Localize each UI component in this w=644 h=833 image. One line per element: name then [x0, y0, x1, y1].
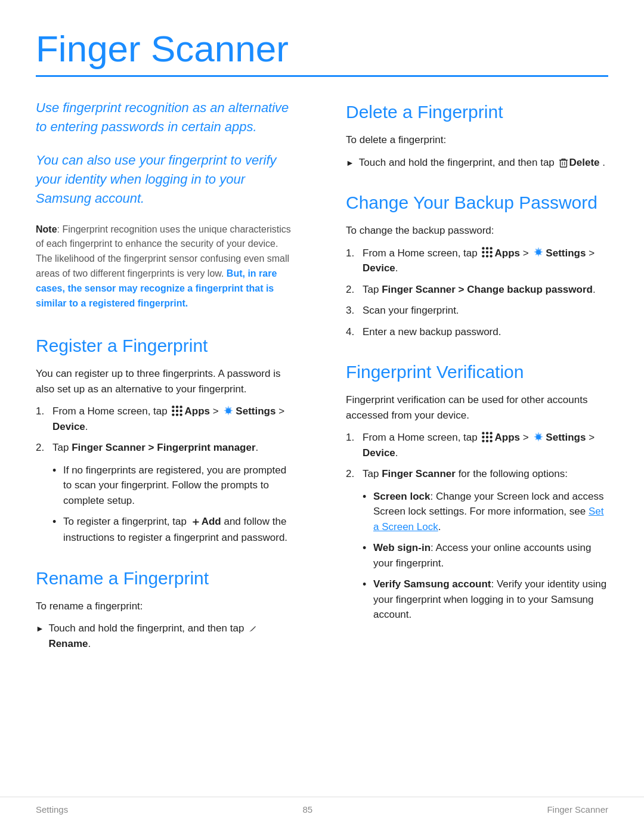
apps-icon-3 — [481, 431, 494, 444]
settings-icon — [222, 404, 235, 417]
change-steps-list: 1. From a Home screen, tap — [346, 246, 608, 340]
svg-point-22 — [482, 432, 485, 434]
note-label: Note — [36, 224, 57, 234]
rename-arrow-bullet: ► Touch and hold the fingerprint, and th… — [36, 621, 292, 651]
register-bullet-1: If no fingerprints are registered, you a… — [52, 463, 292, 509]
svg-point-16 — [486, 251, 488, 253]
device-label: Device — [52, 421, 85, 432]
svg-point-8 — [180, 413, 182, 416]
rename-intro: To rename a fingerprint: — [36, 599, 292, 614]
svg-point-7 — [176, 413, 178, 416]
footer-center: 85 — [302, 803, 312, 817]
delete-arrow-bullet: ► Touch and hold the fingerprint, and th… — [346, 155, 608, 171]
verification-heading: Fingerprint Verification — [346, 358, 608, 385]
register-bullet-list: If no fingerprints are registered, you a… — [52, 463, 292, 546]
left-column: Use fingerprint recognition as an altern… — [36, 98, 304, 657]
footer-right: Finger Scanner — [547, 803, 608, 817]
verification-bullet-samsung-account: Verify Samsung account: Verify your iden… — [363, 577, 608, 623]
svg-point-17 — [490, 251, 493, 253]
two-column-layout: Use fingerprint recognition as an altern… — [36, 98, 608, 657]
rename-text: Touch and hold the fingerprint, and then… — [48, 621, 292, 651]
svg-point-19 — [486, 255, 488, 258]
page-content: Finger Scanner Use fingerprint recogniti… — [0, 0, 644, 705]
delete-intro: To delete a fingerprint: — [346, 132, 608, 148]
settings-icon-2 — [532, 246, 545, 259]
svg-point-28 — [482, 439, 485, 442]
svg-point-21 — [536, 250, 541, 255]
verification-bullet-list: Screen lock: Change your Screen lock and… — [363, 489, 608, 623]
rename-icon — [247, 624, 258, 634]
apps-icon-2 — [481, 246, 494, 259]
delete-heading: Delete a Fingerprint — [346, 98, 608, 125]
svg-point-13 — [486, 247, 488, 249]
change-step-3: 3. Scan your fingerprint. — [346, 303, 608, 318]
delete-text: Touch and hold the fingerprint, and then… — [359, 155, 605, 171]
apps-label: Apps — [184, 405, 210, 417]
svg-point-24 — [490, 432, 493, 434]
note-paragraph: Note: Fingerprint recognition uses the u… — [36, 222, 292, 311]
svg-point-29 — [486, 439, 488, 442]
verification-bullet-screen-lock: Screen lock: Change your Screen lock and… — [363, 489, 608, 535]
step-text: Tap Finger Scanner > Fingerprint manager… — [52, 440, 258, 456]
register-heading: Register a Fingerprint — [36, 332, 292, 359]
svg-point-26 — [486, 436, 488, 438]
page-title: Finger Scanner — [36, 29, 608, 69]
svg-point-5 — [180, 410, 182, 412]
svg-point-20 — [490, 255, 493, 258]
verification-intro: Fingerprint verification can be used for… — [346, 392, 608, 423]
register-intro: You can register up to three fingerprint… — [36, 366, 292, 397]
register-bullet-2: To register a fingerprint, tap ＋Add and … — [52, 514, 292, 546]
svg-point-10 — [226, 408, 231, 413]
verification-bullet-web-signin: Web sign-in: Access your online accounts… — [363, 540, 608, 571]
apps-icon — [171, 404, 184, 417]
add-icon: ＋ — [190, 514, 201, 530]
register-steps-list: 1. From a Home screen, tap — [36, 404, 292, 456]
step-num: 1. — [36, 404, 49, 419]
change-step-1: 1. From a Home screen, tap — [346, 246, 608, 276]
svg-point-2 — [180, 405, 182, 408]
verification-step-1: 1. From a Home screen, tap — [346, 430, 608, 460]
svg-point-1 — [176, 405, 178, 408]
svg-point-12 — [482, 247, 485, 249]
svg-point-27 — [490, 436, 493, 438]
change-step-4: 4. Enter a new backup password. — [346, 324, 608, 340]
svg-point-6 — [172, 413, 175, 416]
settings-icon-3 — [532, 431, 545, 444]
svg-point-31 — [536, 435, 541, 439]
svg-point-25 — [482, 436, 485, 438]
svg-point-3 — [172, 410, 175, 412]
change-step-2: 2. Tap Finger Scanner > Change backup pa… — [346, 282, 608, 298]
rename-heading: Rename a Fingerprint — [36, 565, 292, 592]
right-column: Delete a Fingerprint To delete a fingerp… — [340, 98, 608, 657]
svg-point-4 — [176, 410, 178, 412]
svg-point-30 — [490, 439, 493, 442]
verification-step-2: 2. Tap Finger Scanner for the following … — [346, 466, 608, 482]
register-step-1: 1. From a Home screen, tap — [36, 404, 292, 434]
intro-paragraph-1: Use fingerprint recognition as an altern… — [36, 98, 292, 137]
step-num: 2. — [36, 440, 49, 456]
svg-point-15 — [482, 251, 485, 253]
change-intro: To change the backup password: — [346, 223, 608, 239]
svg-point-14 — [490, 247, 493, 249]
svg-rect-11 — [560, 160, 566, 168]
settings-label: Settings — [236, 405, 275, 417]
change-heading: Change Your Backup Password — [346, 189, 608, 216]
intro-paragraph-2: You can also use your fingerprint to ver… — [36, 151, 292, 208]
register-step-2: 2. Tap Finger Scanner > Fingerprint mana… — [36, 440, 292, 456]
svg-point-18 — [482, 255, 485, 258]
page-footer: Settings 85 Finger Scanner — [0, 797, 644, 817]
title-divider — [36, 75, 608, 77]
verification-steps-list: 1. From a Home screen, tap — [346, 430, 608, 482]
arrow-icon: ► — [36, 623, 44, 635]
trash-icon — [558, 157, 569, 168]
screen-lock-link[interactable]: Set a Screen Lock — [373, 506, 603, 532]
svg-point-0 — [172, 405, 175, 408]
arrow-icon: ► — [346, 157, 354, 169]
svg-point-23 — [486, 432, 488, 434]
footer-left: Settings — [36, 803, 68, 817]
step-text: From a Home screen, tap — [52, 404, 292, 434]
